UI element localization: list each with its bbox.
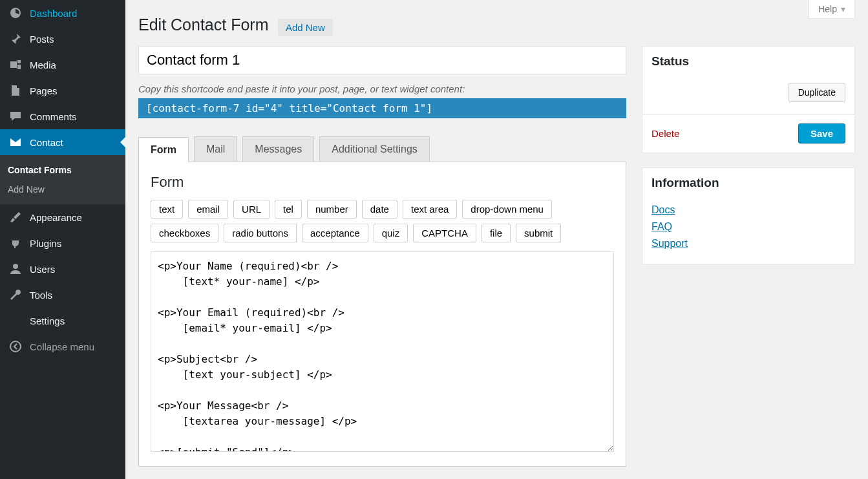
mail-icon [8,136,23,149]
sidebar-item-label: Tools [30,290,52,301]
sidebar-item-posts[interactable]: Posts [0,26,125,52]
sidebar-item-label: Plugins [30,238,61,249]
sidebar-item-users[interactable]: Users [0,256,125,282]
sidebar-item-tools[interactable]: Tools [0,282,125,308]
tag-radio[interactable]: radio buttons [224,224,297,242]
status-heading: Status [642,47,854,76]
collapse-icon [8,340,23,353]
help-tab[interactable]: Help▾ [809,0,855,19]
sidebar-item-label: Users [30,264,55,275]
form-panel: Form text email URL tel number date text… [138,162,626,467]
collapse-menu[interactable]: Collapse menu [0,334,125,359]
sidebar-item-media[interactable]: Media [0,52,125,78]
sidebar-item-settings[interactable]: Settings [0,308,125,334]
info-link-faq[interactable]: FAQ [651,221,845,233]
chevron-down-icon: ▾ [841,4,845,14]
tag-checkboxes[interactable]: checkboxes [151,224,218,242]
tag-dropdown[interactable]: drop-down menu [462,200,552,218]
sidebar-item-label: Media [30,59,56,70]
dashboard-icon [8,6,23,19]
tab-additional-settings[interactable]: Additional Settings [319,136,430,162]
tag-url[interactable]: URL [233,200,270,218]
information-box: Information Docs FAQ Support [642,167,855,264]
tag-generator: text email URL tel number date text area… [151,200,614,242]
brush-icon [8,211,23,224]
sidebar-item-label: Pages [30,85,58,96]
collapse-label: Collapse menu [30,341,94,352]
sidebar-item-contact[interactable]: Contact [0,129,125,155]
submenu-item-add-new[interactable]: Add New [0,180,125,199]
tab-mail[interactable]: Mail [194,136,237,162]
info-link-docs[interactable]: Docs [651,204,845,216]
info-link-support[interactable]: Support [651,238,845,250]
main-content: Help▾ Edit Contact Form Add New Copy thi… [125,0,868,479]
shortcode-hint: Copy this shortcode and paste it into yo… [138,83,626,94]
wrench-icon [8,288,23,301]
sidebar-item-comments[interactable]: Comments [0,103,125,129]
tag-email[interactable]: email [188,200,228,218]
submenu-item-contact-forms[interactable]: Contact Forms [0,160,125,180]
shortcode-box[interactable]: [contact-form-7 id="4" title="Contact fo… [138,98,626,118]
tag-date[interactable]: date [362,200,397,218]
add-new-button[interactable]: Add New [278,19,333,36]
user-icon [8,262,23,275]
tab-messages[interactable]: Messages [242,136,314,162]
sidebar-item-pages[interactable]: Pages [0,78,125,103]
sidebar-item-appearance[interactable]: Appearance [0,204,125,230]
media-icon [8,58,23,71]
tag-tel[interactable]: tel [275,200,302,218]
sidebar-item-plugins[interactable]: Plugins [0,230,125,256]
page-title: Edit Contact Form [138,16,268,34]
plug-icon [8,237,23,250]
form-panel-heading: Form [151,174,614,191]
tab-form[interactable]: Form [138,137,189,162]
information-heading: Information [642,168,854,198]
pin-icon [8,32,23,45]
editor-tabs: Form Mail Messages Additional Settings [138,136,626,162]
page-icon [8,84,23,97]
sidebar-item-dashboard[interactable]: Dashboard [0,0,125,26]
sidebar-item-label: Settings [30,315,65,326]
sliders-icon [8,314,23,327]
sidebar-item-label: Contact [30,137,63,148]
sidebar-item-label: Dashboard [30,8,77,19]
tag-file[interactable]: file [482,224,511,242]
comment-icon [8,110,23,123]
tag-quiz[interactable]: quiz [374,224,408,242]
tag-text[interactable]: text [151,200,183,218]
duplicate-button[interactable]: Duplicate [789,83,845,102]
tag-acceptance[interactable]: acceptance [302,224,368,242]
status-box: Status Duplicate Delete Save [642,46,855,153]
sidebar-item-label: Posts [30,34,54,45]
form-template-textarea[interactable] [151,251,614,452]
sidebar-item-label: Comments [30,111,77,122]
sidebar-submenu: Contact Forms Add New [0,155,125,204]
sidebar-item-label: Appearance [30,212,82,223]
tag-textarea[interactable]: text area [403,200,457,218]
tag-captcha[interactable]: CAPTCHA [413,224,476,242]
tag-submit[interactable]: submit [516,224,561,242]
admin-sidebar: Dashboard Posts Media Pages Comments Con… [0,0,125,479]
save-button[interactable]: Save [798,123,845,144]
svg-point-0 [10,341,21,352]
form-title-input[interactable] [138,46,626,74]
tag-number[interactable]: number [307,200,357,218]
delete-link[interactable]: Delete [651,128,679,139]
